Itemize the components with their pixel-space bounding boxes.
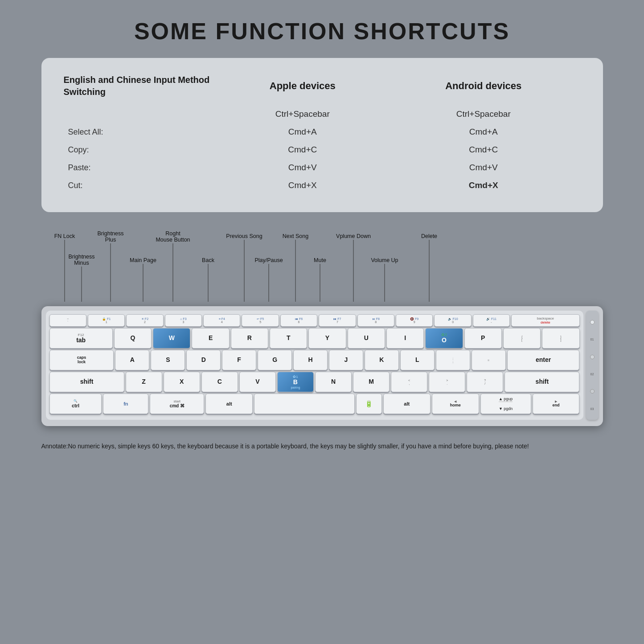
bt1-indicator	[590, 355, 595, 359]
key-9-f9[interactable]: 🔇 F99	[396, 314, 433, 327]
shortcut-card: English and Chinese Input Method Switchi…	[41, 58, 603, 212]
key-f[interactable]: F	[222, 350, 256, 370]
key-k[interactable]: K	[365, 350, 399, 370]
footnote: Annotate:No numeric keys, simple keys 60…	[41, 441, 603, 451]
key-minus-f11[interactable]: 🔊 F11-	[473, 314, 510, 327]
key-a[interactable]: A	[115, 350, 149, 370]
key-backspace[interactable]: backspace delete	[511, 314, 579, 327]
key-shift-left[interactable]: shift	[49, 372, 124, 392]
key-n[interactable]: N	[315, 372, 352, 392]
key-b[interactable]: ✿1 B pairing	[277, 372, 314, 392]
svg-text:Vplume Down: Vplume Down	[336, 233, 371, 239]
keys-area: ~` 🔒 F11 ☀ F22 ⌂ F33 ≡ F44	[46, 311, 583, 420]
svg-text:Delete: Delete	[421, 233, 437, 239]
key-space[interactable]	[254, 394, 355, 414]
key-c[interactable]: C	[201, 372, 238, 392]
key-x[interactable]: X	[164, 372, 200, 392]
key-r[interactable]: R	[231, 328, 268, 349]
key-pgup-pgdn[interactable]: ▲ pgup ▼ pgdn	[480, 394, 531, 414]
col-header-apple: Apple devices	[219, 74, 386, 105]
key-cmd[interactable]: start cmd ⌘	[150, 394, 204, 414]
annotation-overlay: .lbl { font-family: Arial, sans-serif; f…	[41, 228, 603, 306]
svg-text:Main Page: Main Page	[130, 257, 156, 263]
key-o[interactable]: ✿2 O	[425, 328, 463, 349]
key-bracket-l[interactable]: {[	[503, 328, 541, 349]
key-2-f2[interactable]: ☀ F22	[126, 314, 163, 327]
key-shift-right[interactable]: shift	[505, 372, 579, 392]
key-j[interactable]: J	[329, 350, 363, 370]
row-label-1: Select All:	[64, 123, 219, 141]
key-v[interactable]: V	[239, 372, 276, 392]
svg-text:Brightness: Brightness	[97, 230, 123, 237]
key-l[interactable]: L	[400, 350, 435, 370]
bt2-indicator	[590, 389, 595, 394]
row-label-4: Cut:	[64, 176, 219, 194]
key-s[interactable]: S	[151, 350, 185, 370]
key-u[interactable]: U	[348, 328, 385, 349]
key-m[interactable]: M	[353, 372, 390, 392]
key-alt-right[interactable]: alt	[383, 394, 431, 414]
key-ctrl[interactable]: 🔍 ctrl	[49, 394, 102, 414]
row-apple-4: Cmd+X	[219, 176, 386, 194]
key-d[interactable]: D	[186, 350, 221, 370]
key-bracket-r[interactable]: }]	[542, 328, 579, 349]
table-row: Paste: Cmd+V Cmd+V	[64, 159, 581, 176]
col-header-feature: English and Chinese Input Method Switchi…	[64, 74, 219, 105]
row-apple-2: Cmd+C	[219, 141, 386, 159]
key-period[interactable]: >.	[429, 372, 465, 392]
key-alt-left[interactable]: alt	[205, 394, 253, 414]
key-h[interactable]: H	[293, 350, 328, 370]
key-i[interactable]: I	[386, 328, 424, 349]
svg-text:Back: Back	[202, 257, 215, 263]
key-0-f10[interactable]: 🔉 F100	[434, 314, 471, 327]
key-semicolon[interactable]: :;	[436, 350, 470, 370]
row-label-0	[64, 105, 219, 123]
key-tilde[interactable]: ~`	[49, 314, 86, 327]
key-6-f6[interactable]: ⏮ F66	[280, 314, 317, 327]
svg-text:Roght: Roght	[165, 230, 180, 237]
table-row: Select All: Cmd+A Cmd+A	[64, 123, 581, 141]
key-battery[interactable]: 🔋	[356, 394, 382, 414]
key-8-f8[interactable]: ⏯ F88	[357, 314, 394, 327]
asdf-row: caps lock A S D F G H J K L :; =	[49, 350, 580, 370]
key-caps-lock[interactable]: caps lock	[49, 350, 114, 370]
col-header-android: Android devices	[386, 74, 581, 105]
key-4-f4[interactable]: ≡ F44	[203, 314, 240, 327]
keyboard-main-area: ~` 🔒 F11 ☀ F22 ⌂ F33 ≡ F44	[46, 311, 599, 420]
shortcut-table: English and Chinese Input Method Switchi…	[64, 74, 581, 194]
key-z[interactable]: Z	[126, 372, 162, 392]
key-g[interactable]: G	[258, 350, 292, 370]
keyboard-section: .lbl { font-family: Arial, sans-serif; f…	[28, 228, 616, 426]
row-android-3: Cmd+V	[386, 159, 581, 176]
svg-text:Plus: Plus	[105, 237, 115, 243]
table-row: Ctrl+Spacebar Ctrl+Spacebar	[64, 105, 581, 123]
key-t[interactable]: T	[270, 328, 307, 349]
zxcv-row: shift Z X C V ✿1 B pairing N M <, >.	[49, 372, 580, 392]
keyboard-wrapper: ~` 🔒 F11 ☀ F22 ⌂ F33 ≡ F44	[41, 306, 603, 426]
key-7-f7[interactable]: ⏭ F77	[319, 314, 356, 327]
key-home[interactable]: ◀ home	[432, 394, 479, 414]
svg-text:Next Song: Next Song	[282, 233, 308, 239]
key-slash[interactable]: ?/	[467, 372, 503, 392]
svg-text:Minus: Minus	[74, 260, 89, 266]
key-fn[interactable]: fn	[103, 394, 148, 414]
key-q[interactable]: Q	[114, 328, 152, 349]
key-5-f5[interactable]: ↩ F55	[242, 314, 279, 327]
key-tab[interactable]: F12 tab	[49, 328, 113, 349]
key-equals[interactable]: =	[472, 350, 506, 370]
key-3-f3[interactable]: ⌂ F33	[165, 314, 202, 327]
svg-text:Previous Song: Previous Song	[226, 233, 262, 239]
key-y[interactable]: Y	[308, 328, 346, 349]
key-e[interactable]: E	[192, 328, 229, 349]
keyboard-body: ~` 🔒 F11 ☀ F22 ⌂ F33 ≡ F44	[46, 311, 583, 420]
fn-key-row: ~` 🔒 F11 ☀ F22 ⌂ F33 ≡ F44	[49, 314, 580, 327]
row-apple-3: Cmd+V	[219, 159, 386, 176]
page-title: SOME FUNCTION SHORTCUTS	[134, 18, 510, 45]
key-enter[interactable]: enter	[507, 350, 580, 370]
key-p[interactable]: P	[464, 328, 502, 349]
key-1-f1[interactable]: 🔒 F11	[88, 314, 125, 327]
key-end[interactable]: ▶ end	[533, 394, 580, 414]
bottom-row: 🔍 ctrl fn start cmd ⌘ alt 🔋 alt	[49, 394, 580, 414]
key-comma[interactable]: <,	[391, 372, 427, 392]
key-w[interactable]: W	[153, 328, 190, 349]
